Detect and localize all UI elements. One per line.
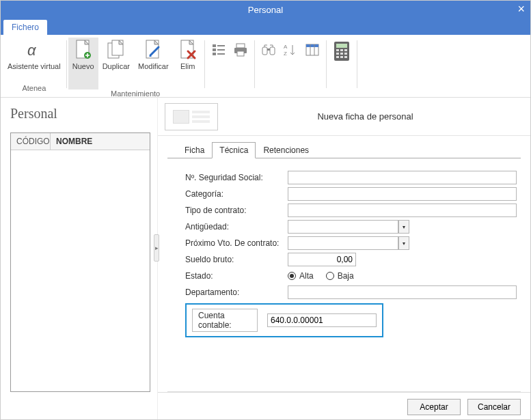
find-icon-button[interactable] xyxy=(259,40,278,59)
svg-rect-38 xyxy=(340,56,343,58)
svg-rect-30 xyxy=(336,44,347,48)
binoculars-icon xyxy=(261,42,276,57)
input-departamento[interactable] xyxy=(288,285,517,299)
delete-button[interactable]: Elim xyxy=(173,38,203,89)
svg-rect-36 xyxy=(344,53,347,55)
svg-rect-35 xyxy=(340,53,343,55)
svg-rect-17 xyxy=(236,44,245,48)
record-thumbnail-icon xyxy=(165,103,218,130)
svg-text:A: A xyxy=(284,44,288,50)
label-departamento: Departamento: xyxy=(185,288,288,297)
svg-text:Z: Z xyxy=(284,51,287,57)
svg-rect-26 xyxy=(306,44,318,47)
svg-rect-37 xyxy=(336,56,339,58)
input-ssn[interactable] xyxy=(288,171,517,184)
expand-handle-icon[interactable]: ▸ xyxy=(154,234,159,262)
detail-pane: ▸ Nueva ficha de personal Ficha Técnica … xyxy=(158,98,530,420)
detail-title: Nueva ficha de personal xyxy=(228,111,530,122)
svg-rect-15 xyxy=(213,53,216,55)
col-code[interactable]: CÓDIGO xyxy=(11,133,51,150)
svg-rect-21 xyxy=(270,47,275,55)
input-categoria[interactable] xyxy=(288,187,517,201)
label-estado: Estado: xyxy=(185,271,288,281)
col-name[interactable]: NOMBRE xyxy=(51,133,150,150)
modify-button[interactable]: Modificar xyxy=(134,38,173,89)
svg-rect-33 xyxy=(344,49,347,51)
assistant-button[interactable]: α Asistente virtual xyxy=(3,38,65,89)
left-pane: Personal CÓDIGO NOMBRE xyxy=(1,98,158,420)
calculator-icon xyxy=(333,41,351,61)
input-tipo-contrato[interactable] xyxy=(288,204,517,217)
assistant-sublabel: Atenea xyxy=(22,84,46,92)
form-tecnica: Nº. Seguridad Social: Categoría: Tipo de… xyxy=(158,158,530,391)
modify-icon xyxy=(142,39,164,61)
delete-icon xyxy=(177,39,199,61)
svg-rect-19 xyxy=(237,51,244,56)
window-title: Personal xyxy=(248,5,283,15)
list-icon-button[interactable] xyxy=(209,40,228,59)
svg-rect-16 xyxy=(217,53,225,55)
svg-rect-34 xyxy=(336,53,339,55)
radio-baja[interactable]: Baja xyxy=(326,271,354,281)
duplicate-icon xyxy=(105,39,127,61)
list-icon xyxy=(211,42,226,57)
dropdown-proximo-vto[interactable]: ▾ xyxy=(398,236,409,250)
svg-text:α: α xyxy=(27,42,37,59)
calculator-icon-button[interactable] xyxy=(331,40,353,62)
page-title: Personal xyxy=(10,106,150,122)
svg-rect-32 xyxy=(340,49,343,51)
columns-icon xyxy=(305,42,320,57)
svg-rect-11 xyxy=(213,44,216,47)
columns-icon-button[interactable] xyxy=(303,40,322,59)
close-icon[interactable]: × xyxy=(517,2,525,16)
personal-grid[interactable]: CÓDIGO NOMBRE xyxy=(10,132,150,392)
svg-rect-13 xyxy=(213,48,216,51)
title-bar: Personal × xyxy=(1,1,530,18)
ribbon: α Asistente virtual Atenea Nuevo Duplica… xyxy=(1,35,530,98)
input-proximo-vto[interactable] xyxy=(288,236,398,250)
cuenta-contable-highlight: Cuenta contable: xyxy=(185,303,383,337)
cancel-button[interactable]: Cancelar xyxy=(467,399,521,415)
dialog-footer: Aceptar Cancelar xyxy=(158,392,530,420)
group-maintenance-label: Mantenimiento xyxy=(68,89,203,98)
label-categoria: Categoría: xyxy=(185,189,288,199)
svg-rect-12 xyxy=(217,45,225,46)
duplicate-button[interactable]: Duplicar xyxy=(98,38,134,89)
new-button[interactable]: Nuevo xyxy=(68,38,98,89)
svg-rect-39 xyxy=(344,56,347,58)
print-icon-button[interactable] xyxy=(231,40,250,59)
sort-az-icon: AZ xyxy=(283,42,298,57)
label-ssn: Nº. Seguridad Social: xyxy=(185,173,288,182)
input-sueldo[interactable] xyxy=(288,253,356,266)
svg-rect-31 xyxy=(336,49,339,51)
new-doc-icon xyxy=(72,39,94,61)
svg-rect-20 xyxy=(262,47,267,55)
label-sueldo: Sueldo bruto: xyxy=(185,255,288,264)
svg-rect-14 xyxy=(217,49,225,51)
label-antiguedad: Antigüedad: xyxy=(185,222,288,232)
svg-rect-22 xyxy=(267,48,270,51)
tab-ficha[interactable]: Ficha xyxy=(177,142,212,158)
input-antiguedad[interactable] xyxy=(288,220,398,234)
radio-alta-dot xyxy=(288,272,296,280)
alfa-icon: α xyxy=(23,39,45,61)
tab-retenciones[interactable]: Retenciones xyxy=(256,142,316,158)
accept-button[interactable]: Aceptar xyxy=(407,399,461,415)
tab-tecnica[interactable]: Técnica xyxy=(212,142,256,158)
printer-icon xyxy=(233,42,248,57)
radio-alta[interactable]: Alta xyxy=(288,271,314,281)
ribbon-tab-bar: Fichero xyxy=(1,18,530,35)
label-tipo-contrato: Tipo de contrato: xyxy=(185,206,288,215)
sort-icon-button[interactable]: AZ xyxy=(281,40,300,59)
radio-baja-dot xyxy=(326,272,334,280)
input-cuenta-contable[interactable] xyxy=(267,313,377,327)
label-cuenta-contable[interactable]: Cuenta contable: xyxy=(192,309,258,332)
tab-fichero[interactable]: Fichero xyxy=(3,20,47,35)
label-proximo-vto: Próximo Vto. De contrato: xyxy=(185,238,288,248)
dropdown-antiguedad[interactable]: ▾ xyxy=(398,220,409,234)
